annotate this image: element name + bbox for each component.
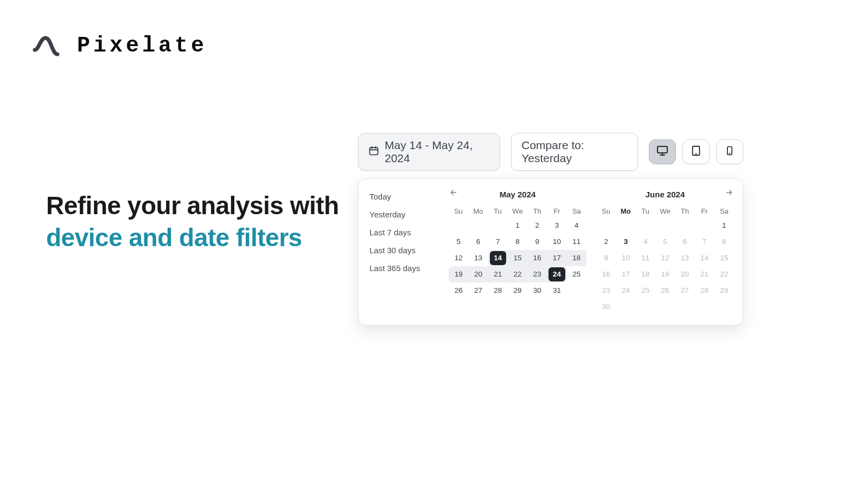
- calendar-months: May 2024 SuMoTuWeThFrSa ...1234567891011…: [449, 187, 734, 315]
- marketing-headline: Refine your analysis with device and dat…: [46, 190, 339, 254]
- calendar-day[interactable]: 5: [449, 234, 468, 250]
- svg-rect-0: [370, 147, 378, 155]
- calendar-day: .: [694, 217, 714, 234]
- calendar-day[interactable]: 19: [449, 266, 468, 282]
- calendar-day[interactable]: 7: [488, 234, 508, 250]
- date-range-button[interactable]: May 14 - May 24, 2024: [358, 133, 500, 171]
- dow-label: Mo: [468, 205, 488, 217]
- arrow-left-icon: [449, 188, 458, 199]
- calendar-day[interactable]: 1: [714, 217, 734, 234]
- calendar-day[interactable]: 12: [449, 250, 468, 266]
- calendar-day[interactable]: 23: [596, 282, 616, 299]
- calendar-day[interactable]: 27: [468, 282, 488, 299]
- calendar-day[interactable]: 20: [468, 266, 488, 282]
- calendar-day: .: [449, 217, 468, 234]
- calendar-day[interactable]: 28: [488, 282, 508, 299]
- preset-last-7-days[interactable]: Last 7 days: [364, 223, 445, 241]
- calendar-day[interactable]: 16: [527, 250, 547, 266]
- calendar-day[interactable]: 24: [616, 282, 635, 299]
- calendar-month-right: June 2024 SuMoTuWeThFrSa ......123456789…: [596, 187, 734, 315]
- calendar-day[interactable]: 25: [636, 282, 655, 299]
- preset-last-30-days[interactable]: Last 30 days: [364, 241, 445, 259]
- device-toggle-group: [649, 139, 743, 164]
- calendar-day[interactable]: 25: [567, 266, 586, 282]
- calendar-day: .: [675, 217, 694, 234]
- device-tablet-button[interactable]: [682, 139, 710, 164]
- dow-label: Th: [675, 205, 694, 217]
- calendar-day[interactable]: 10: [616, 250, 635, 266]
- calendar-day[interactable]: 13: [675, 250, 694, 266]
- calendar-day[interactable]: 11: [636, 250, 655, 266]
- calendar-day[interactable]: 26: [655, 282, 675, 299]
- calendar-day: .: [616, 217, 635, 234]
- calendar-day[interactable]: 20: [675, 266, 694, 282]
- calendar-day[interactable]: 15: [508, 250, 527, 266]
- arrow-right-icon: [725, 188, 733, 199]
- preset-list: TodayYesterdayLast 7 daysLast 30 daysLas…: [364, 187, 445, 315]
- dow-label: Su: [596, 205, 616, 217]
- calendar-day[interactable]: 22: [508, 266, 527, 282]
- calendar-day[interactable]: 13: [468, 250, 488, 266]
- calendar-day[interactable]: 27: [675, 282, 694, 299]
- calendar-day[interactable]: 19: [655, 266, 675, 282]
- calendar-day[interactable]: 9: [596, 250, 616, 266]
- calendar-day[interactable]: 31: [547, 282, 566, 299]
- calendar-day[interactable]: 3: [616, 234, 635, 250]
- calendar-day[interactable]: 17: [616, 266, 635, 282]
- calendar-day[interactable]: 10: [547, 234, 566, 250]
- calendar-day: .: [567, 282, 586, 299]
- preset-yesterday[interactable]: Yesterday: [364, 206, 445, 223]
- calendar-day[interactable]: 4: [567, 217, 586, 234]
- device-desktop-button[interactable]: [649, 139, 676, 164]
- prev-month-button[interactable]: [449, 189, 458, 198]
- preset-today[interactable]: Today: [364, 188, 445, 206]
- calendar-day[interactable]: 21: [694, 266, 714, 282]
- filters-panel: May 14 - May 24, 2024 Compare to: Yester…: [358, 133, 743, 325]
- calendar-day[interactable]: 14: [488, 250, 508, 266]
- compare-button[interactable]: Compare to: Yesterday: [511, 133, 638, 171]
- device-mobile-button[interactable]: [716, 139, 743, 164]
- calendar-day[interactable]: 2: [527, 217, 547, 234]
- calendar-day[interactable]: 18: [567, 250, 586, 266]
- calendar-day[interactable]: 2: [596, 234, 616, 250]
- calendar-day[interactable]: 5: [655, 234, 675, 250]
- calendar-day[interactable]: 29: [508, 282, 527, 299]
- tablet-icon: [690, 145, 702, 159]
- calendar-day: .: [655, 217, 675, 234]
- calendar-day[interactable]: 21: [488, 266, 508, 282]
- calendar-day[interactable]: 15: [714, 250, 734, 266]
- calendar-day: .: [675, 299, 694, 315]
- calendar-day[interactable]: 14: [694, 250, 714, 266]
- calendar-day[interactable]: 8: [714, 234, 734, 250]
- calendar-day[interactable]: 17: [547, 250, 566, 266]
- calendar-day[interactable]: 4: [636, 234, 655, 250]
- dow-label: Tu: [636, 205, 655, 217]
- calendar-day[interactable]: 6: [468, 234, 488, 250]
- calendar-day[interactable]: 22: [714, 266, 734, 282]
- calendar-day[interactable]: 6: [675, 234, 694, 250]
- calendar-day[interactable]: 3: [547, 217, 566, 234]
- calendar-day[interactable]: 16: [596, 266, 616, 282]
- calendar-day[interactable]: 18: [636, 266, 655, 282]
- calendar-day[interactable]: 1: [508, 217, 527, 234]
- calendar-day[interactable]: 24: [547, 266, 566, 282]
- calendar-day[interactable]: 29: [714, 282, 734, 299]
- calendar-day[interactable]: 11: [567, 234, 586, 250]
- calendar-day: .: [636, 217, 655, 234]
- svg-point-3: [696, 153, 697, 154]
- dow-label: Mo: [616, 205, 635, 217]
- calendar-day[interactable]: 12: [655, 250, 675, 266]
- calendar-day: .: [488, 217, 508, 234]
- calendar-day[interactable]: 30: [596, 299, 616, 315]
- calendar-day[interactable]: 8: [508, 234, 527, 250]
- calendar-day: .: [694, 299, 714, 315]
- preset-last-365-days[interactable]: Last 365 days: [364, 259, 445, 277]
- next-month-button[interactable]: [724, 189, 734, 198]
- calendar-day[interactable]: 9: [527, 234, 547, 250]
- calendar-day[interactable]: 7: [694, 234, 714, 250]
- calendar-day[interactable]: 26: [449, 282, 468, 299]
- calendar-day: .: [616, 299, 635, 315]
- calendar-day[interactable]: 23: [527, 266, 547, 282]
- calendar-day[interactable]: 28: [694, 282, 714, 299]
- calendar-day[interactable]: 30: [527, 282, 547, 299]
